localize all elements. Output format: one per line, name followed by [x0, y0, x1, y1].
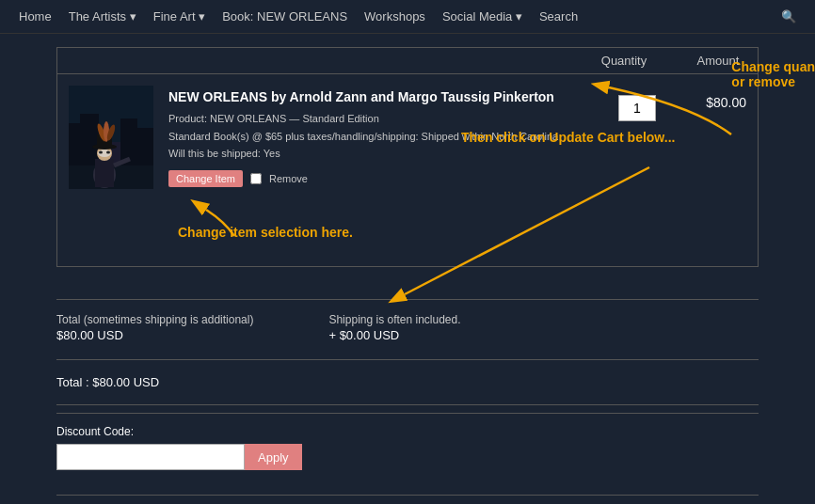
- annotation-arrow-left: [168, 198, 357, 245]
- bottom-buttons: Update Cart Continue Browsing Pay w/ Pay…: [56, 495, 759, 504]
- apply-discount-button[interactable]: Apply: [245, 444, 302, 470]
- discount-section: Discount Code: Apply: [56, 413, 759, 480]
- svg-point-14: [106, 151, 110, 154]
- nav-search[interactable]: Search: [539, 9, 578, 24]
- cart-details: NEW ORLEANS by Arnold Zann and Margo Tau…: [168, 86, 594, 255]
- subtotal-block: Total (sometimes shipping is additional)…: [56, 313, 253, 342]
- search-icon[interactable]: 🔍: [781, 9, 796, 24]
- product-title: NEW ORLEANS by Arnold Zann and Margo Tau…: [168, 89, 594, 104]
- nav-workshops[interactable]: Workshops: [364, 9, 425, 24]
- product-ship-info: Will this be shipped: Yes: [168, 145, 594, 163]
- shipping-block: Shipping is often included. + $0.00 USD: [328, 313, 460, 342]
- product-image: [69, 86, 153, 189]
- divider-1: [56, 359, 759, 360]
- change-item-button[interactable]: Change Item: [168, 170, 243, 187]
- subtotal-value: $80.00 USD: [56, 328, 253, 342]
- nav-fineart[interactable]: Fine Art ▾: [153, 9, 205, 24]
- nav-home[interactable]: Home: [19, 9, 52, 24]
- discount-label: Discount Code:: [56, 425, 759, 438]
- grand-total-value: $80.00 USD: [92, 375, 159, 389]
- shipping-label: Shipping is often included.: [328, 313, 460, 326]
- nav-artists[interactable]: The Artists ▾: [69, 9, 136, 24]
- totals-section: Total (sometimes shipping is additional)…: [56, 299, 759, 352]
- product-edition: Product: NEW ORLEANS — Standard Edition: [168, 110, 594, 128]
- discount-input[interactable]: [56, 444, 245, 470]
- navigation: Home The Artists ▾ Fine Art ▾ Book: NEW …: [0, 0, 815, 34]
- annotation-qty-text: Change quantity or remove: [731, 59, 815, 89]
- annotation-update-cart-text: Then click on Update Cart below...: [461, 130, 675, 145]
- quantity-header: Quantity: [596, 54, 652, 68]
- grand-total-line: Total : $80.00 USD: [56, 368, 759, 397]
- discount-row: Apply: [56, 444, 759, 470]
- grand-total-label: Total :: [56, 375, 89, 389]
- svg-rect-8: [95, 159, 114, 187]
- divider-2: [56, 404, 759, 405]
- quantity-column: 1 Change quantity or remove: [609, 86, 665, 125]
- remove-checkbox[interactable]: [250, 173, 262, 184]
- remove-label: Remove: [269, 173, 308, 184]
- nav-book[interactable]: Book: NEW ORLEANS: [222, 9, 347, 24]
- cart-table: Quantity Amount: [56, 47, 759, 267]
- shipping-value: + $0.00 USD: [328, 328, 460, 342]
- cart-row: NEW ORLEANS by Arnold Zann and Margo Tau…: [57, 74, 758, 266]
- nav-social[interactable]: Social Media ▾: [442, 9, 522, 24]
- svg-point-13: [99, 151, 103, 154]
- cart-actions: Change Item Remove: [168, 170, 594, 187]
- book-cover-svg: [69, 86, 153, 189]
- subtotal-label: Total (sometimes shipping is additional): [56, 313, 253, 326]
- main-content: Quantity Amount: [0, 34, 815, 504]
